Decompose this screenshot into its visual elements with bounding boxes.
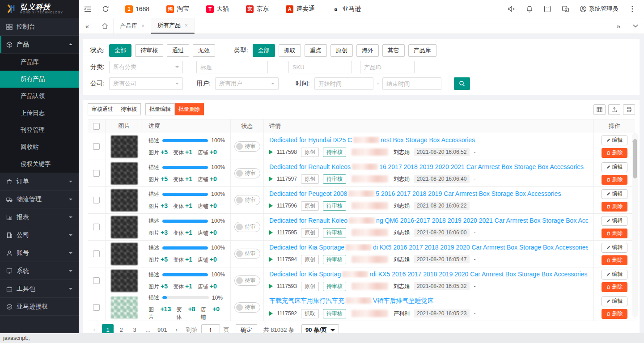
type-filter-option[interactable]: 原创 bbox=[330, 44, 353, 57]
columns-settings-icon[interactable] bbox=[593, 104, 606, 115]
prev-page-icon[interactable]: ‹ bbox=[89, 324, 100, 333]
sidebar-item-infringing-keywords[interactable]: 侵权关键字 bbox=[0, 156, 79, 173]
search-button[interactable] bbox=[454, 77, 470, 90]
marketplace-tab[interactable]: A 速卖通 bbox=[286, 5, 315, 13]
edit-button[interactable]: 编辑 bbox=[602, 296, 627, 306]
status-filter-option[interactable]: 全部 bbox=[109, 44, 131, 57]
play-icon[interactable] bbox=[269, 230, 273, 235]
product-id-input[interactable] bbox=[360, 61, 415, 73]
type-filter-option[interactable]: 重点 bbox=[305, 44, 327, 57]
set-pending-button[interactable]: 待审核 bbox=[117, 103, 141, 115]
sidebar-item-all-products[interactable]: 所有产品 bbox=[0, 71, 79, 88]
close-tab-icon[interactable]: × bbox=[185, 22, 188, 29]
print-icon[interactable] bbox=[623, 104, 635, 115]
page-size-select[interactable]: 90 条/页 bbox=[301, 324, 339, 333]
row-checkbox[interactable] bbox=[93, 304, 100, 311]
bulk-edit-button[interactable]: 批量编辑 bbox=[145, 103, 175, 115]
sidebar-item-reports[interactable]: 报表 bbox=[0, 208, 79, 226]
page-tab[interactable]: 所有产品 × bbox=[151, 18, 195, 34]
page-number[interactable]: ... bbox=[142, 324, 154, 333]
row-checkbox[interactable] bbox=[93, 170, 100, 177]
title-input[interactable] bbox=[196, 61, 268, 73]
status-filter-option[interactable]: 无效 bbox=[193, 44, 215, 57]
collapse-sidebar-icon[interactable] bbox=[79, 0, 97, 18]
marketplace-tab[interactable]: T 天猫 bbox=[206, 5, 229, 13]
select-all-checkbox[interactable] bbox=[93, 123, 100, 130]
sidebar-item-logistics[interactable]: 物流管理 bbox=[0, 191, 79, 208]
confirm-page-button[interactable]: 确定 bbox=[236, 324, 257, 333]
type-filter-option[interactable]: 海外 bbox=[356, 44, 379, 57]
start-time-input[interactable] bbox=[314, 77, 373, 90]
edit-button[interactable]: 编辑 bbox=[602, 162, 627, 172]
delete-button[interactable]: 删除 bbox=[602, 175, 627, 185]
refresh-icon[interactable] bbox=[97, 0, 114, 18]
page-number[interactable]: 2 bbox=[115, 324, 127, 333]
apps-grid-icon[interactable] bbox=[538, 0, 556, 18]
edit-button[interactable]: 编辑 bbox=[602, 270, 627, 279]
play-icon[interactable] bbox=[269, 284, 273, 288]
type-filter-option[interactable]: 全部 bbox=[253, 44, 275, 57]
mute-speaker-icon[interactable] bbox=[503, 0, 521, 18]
delete-button[interactable]: 删除 bbox=[602, 282, 627, 292]
page-number[interactable]: 1 bbox=[102, 324, 114, 333]
play-icon[interactable] bbox=[269, 177, 273, 181]
row-checkbox[interactable] bbox=[93, 277, 100, 284]
edit-button[interactable]: 编辑 bbox=[602, 216, 627, 226]
product-title-link[interactable]: Dedicated for Renault Koleong QM6 2016-2… bbox=[269, 217, 588, 224]
category-select[interactable]: 所有分类 bbox=[109, 61, 183, 73]
tab-options-chevron-icon[interactable] bbox=[627, 18, 644, 34]
more-kebab-icon[interactable] bbox=[623, 0, 641, 18]
row-checkbox[interactable] bbox=[93, 250, 100, 257]
edit-button[interactable]: 编辑 bbox=[602, 243, 627, 253]
company-select[interactable]: 所有公司 bbox=[109, 77, 183, 90]
sidebar-item-console[interactable]: 控制台 bbox=[0, 18, 79, 36]
sidebar-group-product[interactable]: 产品 bbox=[0, 36, 79, 54]
play-icon[interactable] bbox=[269, 311, 273, 316]
type-filter-option[interactable]: 产品库 bbox=[408, 44, 436, 57]
sidebar-item-toolkit[interactable]: 工具包 bbox=[0, 280, 79, 298]
scroll-tabs-left-icon[interactable]: « bbox=[79, 18, 96, 34]
sidebar-item-account[interactable]: 账号 bbox=[0, 244, 79, 262]
status-filter-option[interactable]: 通过 bbox=[167, 44, 189, 57]
export-icon[interactable] bbox=[608, 104, 620, 115]
play-icon[interactable] bbox=[269, 150, 273, 154]
delete-button[interactable]: 删除 bbox=[602, 202, 627, 212]
product-title-link[interactable]: Dedicated for Kia Sportagedi KX5 2016 20… bbox=[269, 244, 588, 251]
goto-page-input[interactable] bbox=[201, 324, 220, 333]
sidebar-item-orders[interactable]: 订单 bbox=[0, 173, 79, 191]
page-tab[interactable]: 产品库 × bbox=[114, 18, 151, 34]
review-status-toggle[interactable]: 待审 bbox=[234, 275, 260, 286]
delete-button[interactable]: 删除 bbox=[602, 309, 627, 319]
type-filter-option[interactable]: 其它 bbox=[382, 44, 405, 57]
edit-button[interactable]: 编辑 bbox=[602, 136, 627, 145]
play-icon[interactable] bbox=[269, 203, 273, 208]
product-title-link[interactable]: Dedicated for Renault Koleos16 2017 2018… bbox=[269, 163, 584, 170]
edit-button[interactable]: 编辑 bbox=[602, 189, 627, 199]
row-checkbox[interactable] bbox=[93, 224, 100, 230]
delete-button[interactable]: 删除 bbox=[602, 148, 627, 158]
product-title-link[interactable]: Dedicated for Hyundai IX25 Crest Box Sto… bbox=[269, 136, 475, 144]
sidebar-item-upload-log[interactable]: 上传日志 bbox=[0, 105, 79, 122]
user-select[interactable]: 所有用户 bbox=[215, 77, 279, 90]
delete-button[interactable]: 删除 bbox=[602, 255, 627, 265]
row-checkbox[interactable] bbox=[93, 197, 100, 203]
type-filter-option[interactable]: 抓取 bbox=[279, 44, 301, 57]
delete-button[interactable]: 删除 bbox=[602, 229, 627, 238]
approve-selected-button[interactable]: 审核通过 bbox=[88, 103, 117, 115]
sidebar-item-listing-mgmt[interactable]: 刊登管理 bbox=[0, 122, 79, 139]
review-status-toggle[interactable]: 待审 bbox=[234, 249, 260, 259]
sidebar-item-system[interactable]: 系统 bbox=[0, 262, 79, 280]
review-status-toggle[interactable]: 待审 bbox=[234, 195, 260, 205]
review-status-toggle[interactable]: 待审 bbox=[234, 168, 260, 178]
end-time-input[interactable] bbox=[382, 77, 441, 90]
sidebar-item-amazon-auth[interactable]: 亚马逊授权 bbox=[0, 298, 79, 316]
review-status-toggle[interactable]: 待审 bbox=[234, 302, 260, 313]
marketplace-tab[interactable]: a 亚马逊 bbox=[332, 5, 361, 13]
theme-switch-icon[interactable] bbox=[556, 0, 574, 18]
product-title-link[interactable]: Dedicated for Peugeot 20085 2016 2017 20… bbox=[269, 190, 561, 197]
scroll-tabs-right-icon[interactable]: » bbox=[610, 18, 627, 34]
sidebar-item-company[interactable]: 公司 bbox=[0, 226, 79, 244]
review-status-toggle[interactable]: 待审 bbox=[234, 222, 260, 232]
sidebar-item-product-library[interactable]: 产品库 bbox=[0, 54, 79, 71]
sidebar-item-recycle-bin[interactable]: 回收站 bbox=[0, 139, 79, 156]
